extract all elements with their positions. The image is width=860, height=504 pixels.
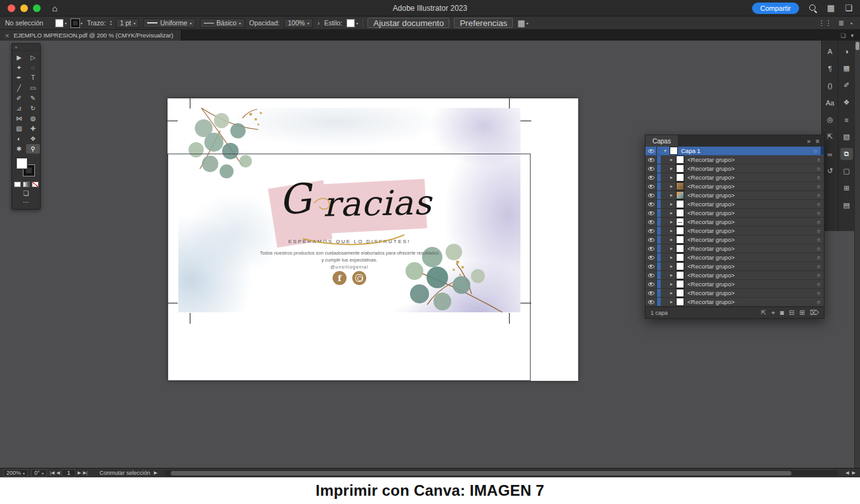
target-circle-icon[interactable]: ○ <box>814 166 824 172</box>
rotate-tool[interactable]: ↻ <box>26 103 40 113</box>
target-circle-icon[interactable]: ○ <box>814 157 824 163</box>
stroke-width-select[interactable]: 1 pt ▾ <box>116 18 140 28</box>
layer-thumbnail[interactable] <box>676 262 684 270</box>
step-down-icon[interactable]: ▾ <box>110 23 112 26</box>
stroke-swatch[interactable] <box>71 19 79 27</box>
visibility-toggle[interactable] <box>645 200 657 208</box>
layer-thumbnail[interactable] <box>676 235 684 244</box>
horizontal-scrollbar[interactable] <box>164 470 838 476</box>
brushes-panel-icon[interactable]: ✐ <box>840 79 853 91</box>
glyphs-panel-icon[interactable]: Aa <box>824 96 837 109</box>
layer-thumbnail[interactable] <box>676 200 684 208</box>
chevron-right-icon[interactable]: ▸ <box>667 263 676 269</box>
visibility-toggle[interactable] <box>645 209 657 217</box>
chevron-right-icon[interactable]: ▸ <box>667 246 676 251</box>
panel-layout-icon[interactable]: ❏ <box>840 32 845 39</box>
layers-panel-icon[interactable]: ⧉ <box>840 148 853 160</box>
target-circle-icon[interactable]: ○ <box>814 175 824 181</box>
layer-name[interactable]: <Recortar grupo> <box>687 227 814 234</box>
layer-thumbnail[interactable] <box>676 227 684 235</box>
edit-toolbar-icon[interactable]: ⋯ <box>12 199 40 206</box>
gradient-mode-button[interactable] <box>23 182 30 187</box>
vertical-scrollbar[interactable] <box>854 41 860 468</box>
target-circle-icon[interactable]: ○ <box>814 192 824 199</box>
target-circle-icon[interactable]: ○ <box>814 237 824 243</box>
layer-thumbnail[interactable] <box>676 218 684 226</box>
status-indicator[interactable]: Conmutar selección ▶ <box>100 470 157 476</box>
target-circle-icon[interactable]: ○ <box>814 246 824 252</box>
layer-thumbnail[interactable] <box>676 156 684 164</box>
fill-color-control[interactable]: ▾ <box>55 19 67 27</box>
workspace-switcher-icon[interactable]: ▦ <box>827 3 835 13</box>
previous-artboard-button[interactable]: ◀ <box>56 470 60 475</box>
gradient-panel-icon[interactable]: ▧ <box>840 131 853 143</box>
layer-row[interactable]: ▸ <Recortar grupo> ○ <box>645 164 824 173</box>
artboard-number-input[interactable] <box>62 469 76 477</box>
visibility-toggle[interactable] <box>645 235 657 244</box>
visibility-toggle[interactable] <box>645 227 657 235</box>
panel-menu-icon[interactable]: ≡ <box>816 138 819 145</box>
layer-row[interactable]: ▸ <Recortar grupo> ○ <box>645 280 824 289</box>
scroll-right-icon[interactable]: ▶ <box>852 470 856 475</box>
fit-document-button[interactable]: Ajustar documento <box>367 18 449 28</box>
new-layer-icon[interactable]: ⊞ <box>799 309 804 317</box>
rotation-select[interactable]: 0° ▾ <box>31 469 47 477</box>
visibility-toggle[interactable] <box>645 218 657 226</box>
layers-tab[interactable]: Capas <box>645 135 678 147</box>
chevron-right-icon[interactable]: ▸ <box>667 255 676 260</box>
target-circle-icon[interactable]: ○ <box>814 263 824 270</box>
chevron-right-icon[interactable]: ▸ <box>667 272 676 278</box>
color-panel-icon[interactable]: ◑ <box>840 45 853 57</box>
locate-object-icon[interactable]: ⌖ <box>771 309 775 317</box>
home-icon[interactable]: ⌂ <box>52 3 57 13</box>
layer-name[interactable]: <Recortar grupo> <box>687 263 814 270</box>
layer-row[interactable]: ▸ <Recortar grupo> ○ <box>645 298 824 307</box>
layer-name[interactable]: <Recortar grupo> <box>687 192 814 199</box>
graphic-style-control[interactable]: ▾ <box>347 19 358 27</box>
swatches-panel-icon[interactable]: ▦ <box>840 62 853 74</box>
target-circle-icon[interactable]: ○ <box>814 290 824 296</box>
last-artboard-button[interactable]: ▶| <box>83 470 88 475</box>
scale-tool[interactable]: ⋈ <box>12 114 26 123</box>
target-circle-icon[interactable]: ○ <box>814 183 824 190</box>
selection-tool[interactable]: ▶ <box>12 53 26 62</box>
target-circle-icon[interactable]: ○ <box>814 299 824 305</box>
target-circle-icon[interactable]: ○ <box>814 219 824 225</box>
lasso-tool[interactable]: ◌ <box>26 63 40 72</box>
layer-row[interactable]: ▸ <Recortar grupo> ○ <box>645 235 824 244</box>
layer-row[interactable]: ▸ <Recortar grupo> ○ <box>645 262 824 271</box>
screen-mode-icon[interactable]: ❏ <box>12 190 40 197</box>
horizontal-scrollbar-thumb[interactable] <box>171 471 791 475</box>
opentype-panel-icon[interactable]: () <box>824 79 837 91</box>
layer-name[interactable]: <Recortar grupo> <box>687 272 814 279</box>
layer-row[interactable]: ▸ <Recortar grupo> ○ <box>645 156 824 164</box>
layer-name[interactable]: <Recortar grupo> <box>687 201 814 208</box>
target-circle-icon[interactable]: ○ <box>814 210 824 216</box>
layer-row[interactable]: ▸ <Recortar grupo> ○ <box>645 173 824 182</box>
chevron-down-icon[interactable]: ▾ <box>850 32 854 39</box>
stroke-width-stepper[interactable]: ▴ ▾ <box>110 20 112 26</box>
layer-name[interactable]: <Recortar grupo> <box>687 254 814 261</box>
collapse-panel-icon[interactable]: » <box>807 138 811 145</box>
layer-name[interactable]: <Recortar grupo> <box>687 165 814 172</box>
share-button[interactable]: Compartir <box>752 3 799 14</box>
layer-thumbnail[interactable] <box>676 244 684 253</box>
target-circle-icon[interactable]: ○ <box>814 281 824 288</box>
none-mode-button[interactable] <box>32 182 39 187</box>
chevron-right-icon[interactable]: ▸ <box>667 192 676 198</box>
style-swatch[interactable] <box>347 19 355 27</box>
visibility-toggle[interactable] <box>645 182 657 190</box>
layer-row[interactable]: ▸ <Recortar grupo> ○ <box>645 289 824 298</box>
chevron-right-icon[interactable]: ▸ <box>667 183 676 189</box>
arrange-documents-icon[interactable]: ❏ <box>845 3 852 13</box>
visibility-toggle[interactable] <box>645 253 657 262</box>
rectangle-tool[interactable]: ▭ <box>26 83 40 93</box>
layer-name[interactable]: <Recortar grupo> <box>687 298 814 305</box>
layer-row[interactable]: ▸ <Recortar grupo> ○ <box>645 271 824 280</box>
visibility-toggle[interactable] <box>645 173 657 182</box>
artboards-panel-icon[interactable]: ▢ <box>840 165 853 177</box>
layer-name[interactable]: <Recortar grupo> <box>687 281 814 288</box>
line-segment-tool[interactable]: ╱ <box>12 83 26 93</box>
hand-tool[interactable]: ✱ <box>12 144 26 154</box>
magic-wand-tool[interactable]: ✦ <box>12 63 26 72</box>
